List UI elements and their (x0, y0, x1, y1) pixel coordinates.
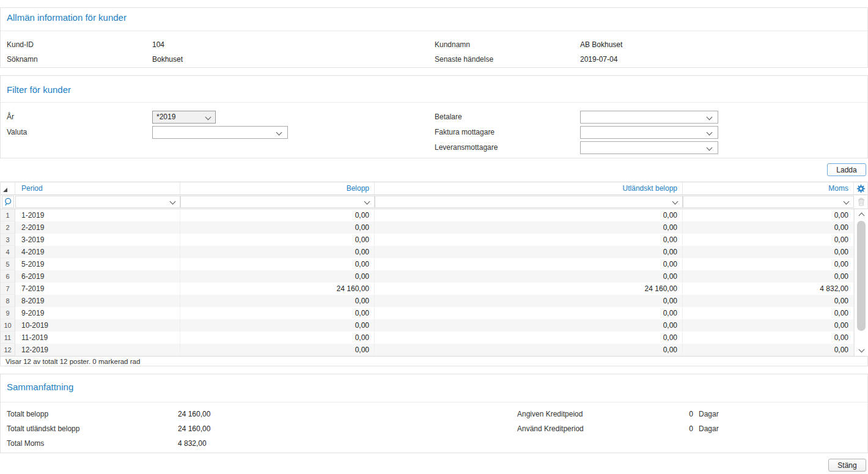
table-row[interactable]: 33-20190,000,000,00 (1, 234, 854, 246)
general-info-panel: Allmän information för kunder Kund-ID 10… (0, 7, 868, 68)
belopp-cell: 0,00 (180, 246, 375, 258)
payer-dropdown[interactable] (580, 111, 718, 124)
belopp-cell: 0,00 (180, 270, 375, 283)
period-cell: 10-2019 (15, 319, 180, 331)
table-row[interactable]: 77-201924 160,0024 160,004 832,00 (1, 283, 854, 295)
moms-cell: 0,00 (683, 234, 854, 246)
delivery-recipient-dropdown[interactable] (580, 141, 718, 154)
grid-settings-button[interactable] (854, 182, 868, 194)
year-dropdown[interactable]: *2019 (152, 111, 216, 124)
belopp-cell: 0,00 (180, 221, 375, 234)
table-row[interactable]: 44-20190,000,000,00 (1, 246, 854, 258)
table-row[interactable]: 55-20190,000,000,00 (1, 258, 854, 270)
senaste-handelse-label: Senaste händelse (435, 53, 493, 65)
anvand-kreditperiod-value: 0 (649, 423, 693, 435)
moms-cell: 4 832,00 (683, 283, 854, 295)
chevron-down-icon (276, 130, 282, 136)
anvand-kreditperiod-label: Använd Kreditperiod (517, 423, 584, 435)
moms-cell: 0,00 (683, 270, 854, 283)
row-number: 8 (1, 295, 15, 307)
chevron-down-icon (707, 114, 713, 120)
totalt-belopp-label: Totalt belopp (7, 408, 48, 420)
row-number: 11 (1, 331, 15, 344)
utlandskt-belopp-cell: 0,00 (375, 344, 683, 356)
belopp-cell: 0,00 (180, 331, 375, 344)
belopp-cell: 0,00 (180, 319, 375, 331)
table-row[interactable]: 22-20190,000,000,00 (1, 221, 854, 234)
general-info-title: Allmän information för kunder (7, 12, 127, 24)
currency-dropdown[interactable] (152, 126, 288, 139)
row-number: 6 (1, 270, 15, 283)
moms-cell: 0,00 (683, 331, 854, 344)
table-status-bar: Visar 12 av totalt 12 poster. 0 markerad… (1, 356, 867, 366)
summary-title: Sammanfattning (7, 381, 73, 393)
anvand-kreditperiod-unit: Dagar (699, 423, 719, 435)
year-dropdown-value: *2019 (156, 111, 175, 123)
utlandskt-belopp-cell: 0,00 (375, 270, 683, 283)
kund-id-value: 104 (152, 39, 164, 51)
column-header-moms[interactable]: Moms (683, 182, 854, 194)
filter-belopp[interactable] (180, 196, 375, 208)
chevron-down-icon (205, 114, 211, 120)
table-header-row: Period Belopp Utländskt belopp Moms (1, 182, 867, 195)
year-label: År (7, 111, 14, 123)
gear-icon (856, 184, 866, 193)
period-cell: 12-2019 (15, 344, 180, 356)
scroll-up-icon[interactable] (859, 213, 865, 219)
angiven-kreditperiod-value: 0 (649, 408, 693, 420)
filter-moms[interactable] (683, 196, 854, 208)
scroll-down-icon[interactable] (859, 347, 865, 353)
delivery-recipient-label: Leveransmottagare (435, 141, 498, 154)
moms-cell: 0,00 (683, 221, 854, 234)
belopp-cell: 0,00 (180, 209, 375, 221)
table-row[interactable]: 11-20190,000,000,00 (1, 209, 854, 221)
row-number: 10 (1, 319, 15, 331)
column-header-utlandskt-belopp[interactable]: Utländskt belopp (375, 182, 683, 194)
table-rows: 11-20190,000,000,0022-20190,000,000,0033… (1, 209, 854, 356)
totalt-utlandskt-belopp-value: 24 160,00 (178, 423, 210, 435)
kundnamn-value: AB Bokhuset (580, 39, 622, 51)
close-button[interactable]: Stäng (828, 459, 866, 472)
utlandskt-belopp-cell: 0,00 (375, 209, 683, 221)
summary-panel: Sammanfattning Totalt belopp 24 160,00 T… (0, 374, 868, 453)
totalt-belopp-value: 24 160,00 (178, 408, 210, 420)
utlandskt-belopp-cell: 0,00 (375, 246, 683, 258)
table-row[interactable]: 1010-20190,000,000,00 (1, 319, 854, 331)
period-cell: 6-2019 (15, 270, 180, 283)
chevron-down-icon (707, 145, 713, 151)
utlandskt-belopp-cell: 24 160,00 (375, 283, 683, 295)
total-moms-label: Total Moms (7, 437, 44, 450)
filter-panel: Filter för kunder År *2019 Valuta Betala… (0, 75, 868, 158)
moms-cell: 0,00 (683, 209, 854, 221)
row-number: 12 (1, 344, 15, 356)
period-cell: 2-2019 (15, 221, 180, 234)
utlandskt-belopp-cell: 0,00 (375, 221, 683, 234)
filter-search-cell[interactable] (2, 196, 14, 208)
table-row[interactable]: 66-20190,000,000,00 (1, 270, 854, 283)
currency-label: Valuta (7, 126, 27, 138)
table-row[interactable]: 1212-20190,000,000,00 (1, 344, 854, 356)
vertical-scrollbar[interactable] (854, 209, 868, 356)
load-button[interactable]: Ladda (827, 163, 866, 176)
kund-id-label: Kund-ID (7, 39, 34, 51)
select-all-corner-cell[interactable] (1, 182, 15, 194)
table-row[interactable]: 88-20190,000,000,00 (1, 295, 854, 307)
period-cell: 1-2019 (15, 209, 180, 221)
customer-info-window: Allmän information för kunder Kund-ID 10… (0, 0, 868, 474)
table-row[interactable]: 1111-20190,000,000,00 (1, 331, 854, 344)
column-header-period[interactable]: Period (15, 182, 180, 194)
period-cell: 4-2019 (15, 246, 180, 258)
senaste-handelse-value: 2019-07-04 (580, 53, 617, 65)
invoice-recipient-dropdown[interactable] (580, 126, 718, 139)
search-icon (4, 198, 12, 207)
row-number: 9 (1, 307, 15, 319)
column-header-belopp[interactable]: Belopp (180, 182, 375, 194)
row-number: 1 (1, 209, 15, 221)
moms-cell: 0,00 (683, 307, 854, 319)
table-row[interactable]: 99-20190,000,000,00 (1, 307, 854, 319)
filter-utlandskt-belopp[interactable] (375, 196, 683, 208)
belopp-cell: 0,00 (180, 295, 375, 307)
clear-filter-button[interactable] (855, 196, 867, 208)
scrollbar-thumb[interactable] (857, 221, 866, 331)
filter-period[interactable] (15, 196, 180, 208)
